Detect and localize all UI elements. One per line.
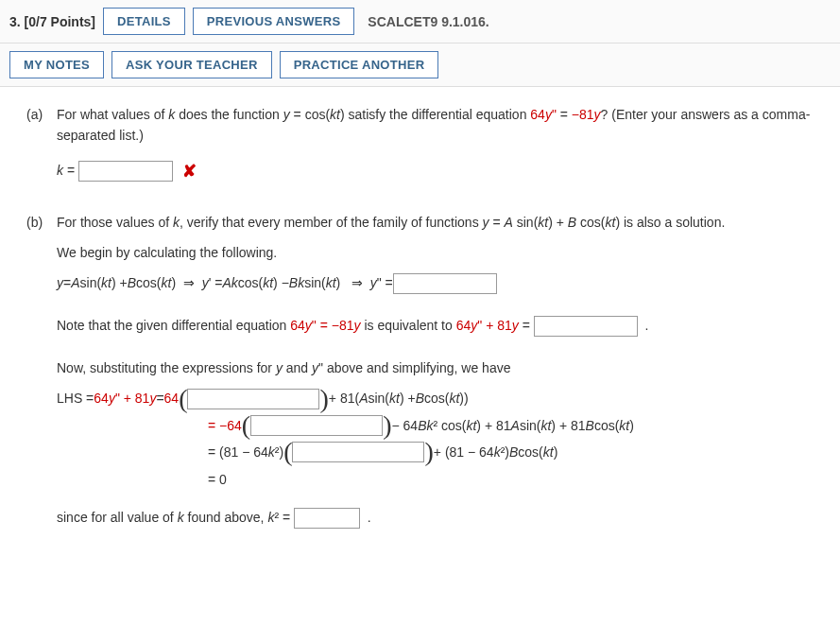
ypp-input[interactable]: [393, 273, 497, 294]
question-toolbar: MY NOTES ASK YOUR TEACHER PRACTICE ANOTH…: [0, 43, 840, 87]
part-a: (a) For what values of k does the functi…: [57, 104, 821, 185]
k2-input[interactable]: [294, 508, 360, 529]
note-row: Note that the given differential equatio…: [57, 315, 821, 337]
equiv-rhs-input[interactable]: [534, 316, 638, 337]
k-input[interactable]: [78, 161, 173, 182]
lhs-row-3: = (81 − 64k²)( ) + (81 − 64k²) B cos(kt): [208, 442, 821, 462]
my-notes-button[interactable]: MY NOTES: [9, 51, 104, 78]
incorrect-icon: ✘: [182, 162, 197, 181]
lhs-input-1[interactable]: [187, 389, 319, 409]
details-button[interactable]: DETAILS: [103, 8, 185, 35]
part-a-question: For what values of k does the function y…: [57, 104, 821, 147]
part-b-question: For those values of k, verify that every…: [57, 212, 821, 233]
question-body: (a) For what values of k does the functi…: [0, 87, 840, 583]
question-header: 3. [0/7 Points] DETAILS PREVIOUS ANSWERS…: [0, 0, 840, 43]
practice-another-button[interactable]: PRACTICE ANOTHER: [280, 51, 439, 78]
previous-answers-button[interactable]: PREVIOUS ANSWERS: [193, 8, 355, 35]
ask-teacher-button[interactable]: ASK YOUR TEACHER: [111, 51, 272, 78]
question-number: 3. [0/7 Points]: [9, 14, 95, 29]
k-input-row: k = ✘: [57, 158, 821, 185]
since-row: since for all value of k found above, k²…: [57, 507, 821, 529]
y-derivatives-row: y = A sin(kt) + B cos(kt) ⇒ y' = Ak cos(…: [57, 272, 821, 293]
lhs-row-1: LHS = 64y" + 81y = 64( ) + 81(A sin(kt) …: [57, 388, 821, 409]
part-a-label: (a): [26, 104, 43, 125]
lhs-row-2: = −64( ) − 64Bk² cos(kt) + 81A sin(kt) +…: [208, 415, 821, 436]
now-text: Now, substituting the expressions for y …: [57, 357, 821, 378]
assignment-code: SCALCET9 9.1.016.: [368, 14, 489, 29]
lhs-input-3[interactable]: [292, 442, 424, 462]
part-b-label: (b): [26, 212, 43, 233]
lhs-row-4: = 0: [208, 469, 821, 490]
part-b: (b) For those values of k, verify that e…: [57, 212, 821, 530]
lhs-input-2[interactable]: [250, 415, 383, 436]
begin-text: We begin by calculating the following.: [57, 242, 821, 263]
